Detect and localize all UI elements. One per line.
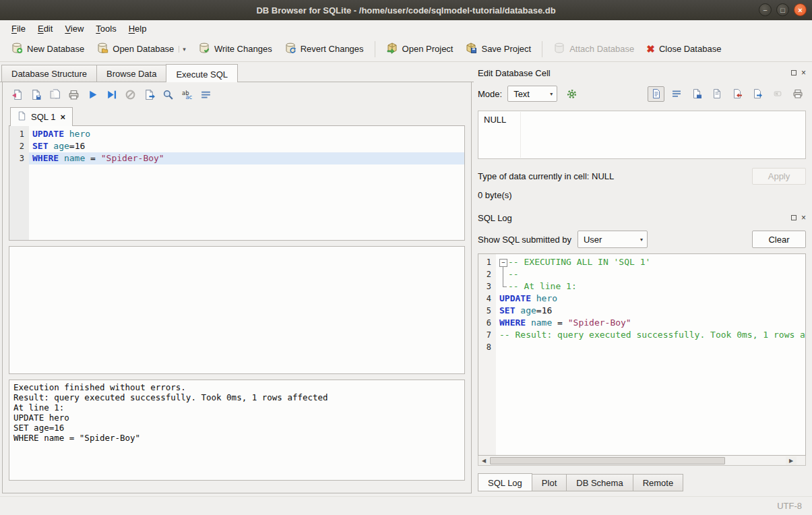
main-tab-bar: Database Structure Browse Data Execute S…	[0, 64, 474, 82]
sql-editor[interactable]: 1UPDATE hero2SET age=163WHERE name = "Sp…	[9, 126, 465, 241]
line-number: 8	[478, 341, 496, 353]
code-line: 5SET age=16	[478, 305, 805, 317]
replace-button[interactable]: abac	[179, 87, 195, 102]
code-text: SET age=16	[29, 140, 464, 152]
log-horizontal-scrollbar[interactable]: ◀ ▶	[478, 456, 806, 466]
apply-button[interactable]: Apply	[752, 168, 806, 185]
find-button[interactable]	[160, 87, 177, 102]
auto-switch-mode-button[interactable]	[563, 86, 580, 102]
scrollbar-corner	[797, 456, 805, 465]
open-database-icon	[96, 42, 108, 56]
edit-cell-header: Edit Database Cell ×	[478, 66, 806, 80]
import-icon[interactable]	[728, 86, 745, 102]
menu-file[interactable]: File	[5, 22, 32, 36]
code-text: UPDATE hero	[496, 293, 805, 305]
sql-log-view[interactable]: 1-- EXECUTING ALL IN 'SQL 1'2--3-- At li…	[478, 253, 806, 456]
tab-plot[interactable]: Plot	[532, 474, 567, 491]
minimize-button[interactable]: −	[759, 3, 772, 16]
tab-database-structure[interactable]: Database Structure	[1, 65, 97, 82]
submitted-by-select[interactable]: User ▾	[577, 231, 648, 248]
word-wrap-icon[interactable]	[668, 86, 685, 102]
tab-remote[interactable]: Remote	[633, 474, 684, 491]
line-number: 3	[478, 280, 496, 293]
code-line: 2SET age=16	[9, 140, 464, 152]
line-number: 2	[9, 140, 29, 152]
open-file-icon[interactable]	[688, 86, 705, 102]
print-icon[interactable]	[789, 86, 806, 102]
dock-float-icon[interactable]	[791, 70, 797, 75]
scroll-left-icon[interactable]: ◀	[478, 456, 489, 465]
menu-help[interactable]: Help	[123, 22, 153, 36]
fold-guide	[499, 268, 508, 280]
print-button[interactable]	[65, 87, 82, 102]
clear-log-button[interactable]: Clear	[752, 231, 806, 248]
open-database-button[interactable]: Open Database ▾	[91, 38, 191, 59]
statusbar: UTF-8	[0, 496, 812, 515]
save-sql-file-button[interactable]	[28, 87, 44, 102]
save-file-icon[interactable]	[708, 86, 725, 102]
main-toolbar: New Database Open Database ▾ Write Chang…	[0, 36, 812, 62]
open-project-button[interactable]: Open Project	[381, 38, 459, 59]
code-line: 3WHERE name = "Spider-Boy"	[9, 152, 464, 164]
save-project-icon	[465, 42, 477, 56]
scroll-right-icon[interactable]: ▶	[786, 456, 797, 465]
new-database-icon	[11, 42, 23, 56]
line-number: 5	[478, 305, 496, 317]
sql-tab[interactable]: SQL 1 ×	[10, 107, 73, 126]
line-number: 1	[478, 256, 496, 268]
text-view-icon[interactable]	[648, 86, 664, 102]
tab-db-schema[interactable]: DB Schema	[566, 474, 633, 491]
maximize-button[interactable]: □	[776, 3, 789, 16]
attach-database-button[interactable]: Attach Database	[548, 38, 639, 59]
close-window-button[interactable]: ×	[794, 3, 807, 16]
app-window: DB Browser for SQLite - /home/user/code/…	[0, 0, 812, 515]
open-database-dropdown-icon[interactable]: ▾	[179, 46, 186, 53]
code-line: 3-- At line 1:	[478, 280, 805, 293]
dock-close-icon[interactable]: ×	[801, 69, 806, 77]
revert-changes-button[interactable]: Revert Changes	[279, 38, 369, 59]
execute-line-icon[interactable]	[103, 87, 120, 102]
filter-label: Show SQL submitted by	[478, 235, 571, 245]
mode-select[interactable]: Text ▾	[507, 86, 557, 102]
fold-marker-icon[interactable]	[499, 256, 508, 268]
menu-view[interactable]: View	[59, 22, 90, 36]
close-database-icon: ✖	[646, 44, 655, 54]
word-wrap-icon[interactable]	[197, 87, 214, 102]
code-text	[496, 341, 805, 353]
scrollbar-thumb[interactable]	[490, 457, 725, 464]
sql-document-icon	[18, 111, 26, 123]
close-database-button[interactable]: ✖ Close Database	[641, 40, 726, 57]
sql-tab-close-icon[interactable]: ×	[60, 112, 65, 122]
menu-tools[interactable]: Tools	[90, 22, 122, 36]
line-number: 7	[478, 329, 496, 341]
execute-all-icon[interactable]	[84, 87, 101, 102]
write-changes-icon	[198, 42, 210, 56]
save-project-button[interactable]: Save Project	[460, 38, 536, 59]
menu-edit[interactable]: Edit	[32, 22, 59, 36]
cell-value-editor[interactable]: NULL	[478, 111, 806, 159]
code-text: --	[496, 268, 805, 280]
cell-type-info: Type of data currently in cell: NULL	[478, 171, 614, 181]
sql-log-title: SQL Log	[478, 213, 512, 223]
stop-button[interactable]	[122, 87, 139, 102]
dock-float-icon[interactable]	[791, 215, 797, 220]
export-csv-button[interactable]	[141, 87, 158, 102]
sql-tab-label: SQL 1	[31, 112, 55, 122]
results-grid[interactable]	[9, 246, 465, 374]
save-sql-as-button[interactable]	[46, 87, 63, 102]
code-line: 6WHERE name = "Spider-Boy"	[478, 317, 805, 329]
set-null-icon[interactable]	[769, 86, 786, 102]
line-number: 4	[478, 293, 496, 305]
open-sql-file-button[interactable]	[9, 87, 26, 102]
tab-browse-data[interactable]: Browse Data	[96, 65, 166, 82]
write-changes-button[interactable]: Write Changes	[193, 38, 278, 59]
tab-execute-sql[interactable]: Execute SQL	[166, 64, 238, 82]
code-line: 2--	[478, 268, 805, 280]
dock-close-icon[interactable]: ×	[801, 214, 806, 222]
revert-changes-icon	[284, 42, 296, 56]
tab-sql-log[interactable]: SQL Log	[478, 473, 532, 491]
export-icon[interactable]	[749, 86, 766, 102]
bottom-tab-bar: SQL Log Plot DB Schema Remote	[478, 473, 806, 491]
new-database-button[interactable]: New Database	[5, 38, 90, 59]
mode-row: Mode: Text ▾	[478, 86, 806, 102]
